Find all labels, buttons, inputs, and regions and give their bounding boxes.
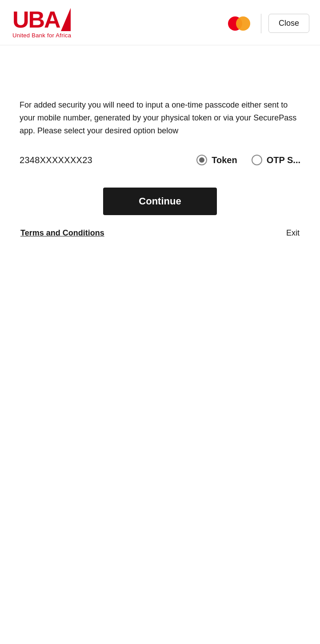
exit-link[interactable]: Exit [286,228,300,238]
logo-area: UBA United Bank for Africa [12,8,71,39]
uba-logo: UBA [12,8,71,31]
phone-number: 2348XXXXXXX23 [20,155,196,165]
security-description: For added security you will need to inpu… [20,99,300,137]
options-row: 2348XXXXXXX23 Token OTP S... [20,155,300,165]
header-right: Close [228,14,309,33]
close-button[interactable]: Close [268,14,309,33]
radio-option-token[interactable]: Token [196,155,237,165]
mastercard-logo [228,16,254,32]
footer-links: Terms and Conditions Exit [20,228,300,238]
uba-logo-subtitle: United Bank for Africa [12,32,71,39]
uba-logo-triangle [61,8,71,31]
header-divider [261,14,261,33]
continue-button[interactable]: Continue [103,188,216,215]
continue-button-wrapper: Continue [20,188,300,215]
radio-label-otp: OTP S... [267,155,300,165]
radio-label-token: Token [212,155,237,165]
page-header: UBA United Bank for Africa Close [0,0,320,45]
spacer-top [20,45,300,99]
mastercard-circle-right [236,16,250,31]
main-content: For added security you will need to inpu… [0,45,320,238]
radio-option-otp[interactable]: OTP S... [252,155,300,165]
radio-options: Token OTP S... [196,155,300,165]
radio-circle-otp [252,155,262,165]
terms-and-conditions-link[interactable]: Terms and Conditions [20,228,104,238]
radio-circle-token [196,155,207,165]
uba-logo-text: UBA [12,8,60,31]
